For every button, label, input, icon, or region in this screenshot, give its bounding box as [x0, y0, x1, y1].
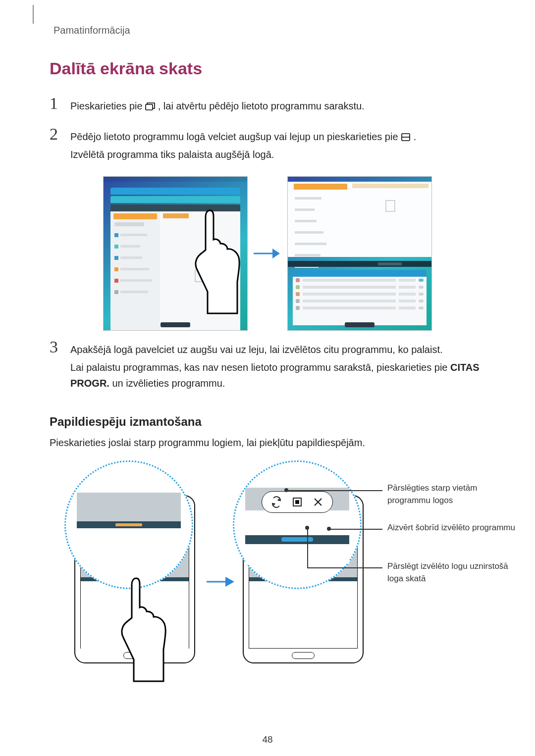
step-body: Apakšējā logā pavelciet uz augšu vai uz … — [70, 339, 485, 393]
step2-text-b: . — [414, 131, 417, 142]
step-1: 1 Pieskarieties pie , lai atvērtu pēdējo… — [50, 95, 485, 116]
step2-text-a: Pēdējo lietoto programmu logā velciet au… — [70, 131, 401, 142]
step1-text-a: Pieskarieties pie — [70, 101, 145, 111]
step-number: 1 — [50, 95, 61, 116]
arrow-icon — [203, 574, 238, 589]
callout-dot — [284, 488, 288, 492]
step-body: Pieskarieties pie , lai atvērtu pēdējo l… — [70, 95, 485, 116]
step-list: 1 Pieskarieties pie , lai atvērtu pēdējo… — [50, 95, 485, 164]
figure-additional-options: ✕ — [54, 460, 481, 678]
svg-rect-0 — [146, 104, 153, 110]
callout-dot — [305, 526, 309, 530]
step-number: 3 — [50, 339, 61, 393]
tablet-after: ▮ ▮ ▮ — [287, 176, 432, 331]
callout-close: Aizvērt šobrīd izvēlēto programmu — [387, 522, 516, 534]
hand-icon — [188, 206, 247, 315]
callout-line — [307, 567, 382, 568]
hand-icon — [109, 574, 178, 683]
sub-paragraph: Pieskarieties joslai starp programmu log… — [50, 435, 485, 451]
close-icon — [308, 494, 328, 510]
breadcrumb: Pamatinformācija — [54, 25, 485, 36]
svg-rect-6 — [296, 501, 299, 504]
page: Pamatinformācija Dalītā ekrāna skats 1 P… — [0, 0, 535, 756]
split-view-icon — [401, 130, 411, 138]
step3-text-c: un izvēlieties programmu. — [109, 378, 225, 389]
step2-text-c: Izvēlētā programma tiks palaista augšējā… — [70, 147, 485, 162]
arrow-icon — [253, 246, 282, 261]
recent-apps-icon — [145, 99, 155, 107]
zoom-bubble-right — [233, 460, 362, 589]
step-number: 2 — [50, 126, 61, 164]
popup-window-icon — [287, 494, 308, 510]
step-3: 3 Apakšējā logā pavelciet uz augšu vai u… — [50, 339, 485, 393]
callout-line — [329, 529, 382, 530]
corner-rule — [33, 5, 34, 24]
step3-text-b: Lai palaistu programmas, kas nav nesen l… — [70, 362, 450, 373]
tablet-before — [103, 176, 248, 331]
zoom-bubble-left — [64, 460, 193, 589]
page-number: 48 — [0, 734, 535, 745]
callout-popup: Pārslēgt izvēlēto logu uznirstošā loga s… — [387, 560, 516, 585]
step-2: 2 Pēdējo lietoto programmu logā velciet … — [50, 126, 485, 164]
callout-swap: Pārslēgties starp vietām programmu logos — [387, 482, 516, 506]
callout-dot — [327, 527, 331, 531]
subheading: Papildiespēju izmantošana — [50, 415, 485, 429]
callout-line — [307, 528, 308, 568]
callout-line — [286, 490, 382, 491]
step-list-2: 3 Apakšējā logā pavelciet uz augšu vai u… — [50, 339, 485, 393]
swap-windows-icon — [266, 494, 287, 510]
page-title: Dalītā ekrāna skats — [50, 59, 485, 78]
step3-text-a: Apakšējā logā pavelciet uz augšu vai uz … — [70, 342, 485, 357]
step1-text-b: , lai atvērtu pēdējo lietoto programmu s… — [158, 101, 365, 111]
controls-pill — [262, 491, 333, 513]
figure-split-view-gesture: ▮ ▮ ▮ — [50, 176, 485, 331]
step-body: Pēdējo lietoto programmu logā velciet au… — [70, 126, 485, 164]
